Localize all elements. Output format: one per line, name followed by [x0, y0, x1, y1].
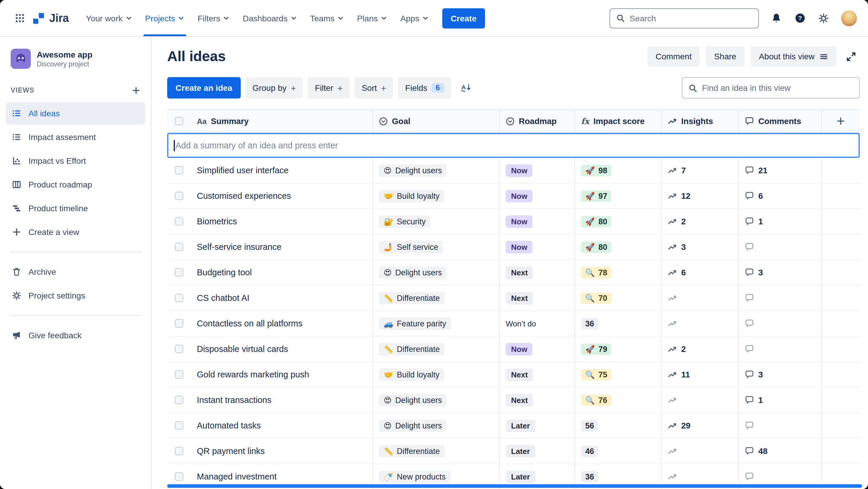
table-row[interactable]: Budgeting tool 😍 Delight users Next 🔍 78… — [167, 260, 860, 285]
nav-teams[interactable]: Teams — [304, 0, 350, 36]
table-row[interactable]: CS chatbot AI 📏 Differentiate Next 🔍 70 — [167, 285, 860, 311]
roadmap-cell[interactable]: Next — [499, 260, 575, 285]
add-view-button[interactable] — [129, 83, 143, 97]
search-input[interactable] — [630, 13, 752, 23]
table-row[interactable]: Gold rewards marketing push 🤝 Build loya… — [167, 362, 860, 387]
user-avatar[interactable] — [841, 10, 857, 26]
goal-cell[interactable]: 🔐 Security — [372, 209, 499, 234]
row-checkbox[interactable] — [175, 472, 183, 481]
notifications-button[interactable] — [766, 8, 786, 28]
row-checkbox[interactable] — [175, 166, 183, 174]
goal-cell[interactable]: 📏 Differentiate — [372, 438, 499, 463]
summary-cell[interactable]: Disposable virtual cards — [191, 337, 372, 362]
nav-apps[interactable]: Apps — [394, 0, 435, 36]
table-row[interactable]: Contactless on all platforms 🚙 Feature p… — [167, 311, 860, 337]
row-checkbox[interactable] — [175, 192, 183, 200]
row-checkbox[interactable] — [175, 268, 183, 277]
row-checkbox[interactable] — [175, 217, 183, 226]
insights-cell[interactable]: 11 — [661, 362, 738, 387]
select-all-checkbox[interactable] — [175, 117, 183, 125]
sidebar-item-archive[interactable]: Archive — [6, 261, 145, 283]
nav-your-work[interactable]: Your work — [80, 0, 139, 36]
sidebar-item-give-feedback[interactable]: Give feedback — [6, 324, 145, 347]
sidebar-item-product-roadmap[interactable]: Product roadmap — [6, 173, 145, 196]
impact-score-cell[interactable]: 🚀 97 — [575, 183, 661, 208]
row-checkbox[interactable] — [175, 421, 183, 430]
settings-button[interactable] — [813, 8, 834, 28]
roadmap-cell[interactable]: Later — [499, 413, 575, 438]
summary-cell[interactable]: Self-service insurance — [191, 234, 372, 259]
comments-cell[interactable] — [738, 285, 821, 310]
roadmap-cell[interactable]: Now — [499, 158, 575, 183]
row-checkbox[interactable] — [175, 345, 183, 353]
goal-cell[interactable]: 🤝 Build loyalty — [372, 362, 499, 387]
add-idea-row[interactable] — [167, 133, 860, 158]
find-idea-input[interactable] — [702, 83, 853, 93]
column-header-insights[interactable]: Insights — [661, 110, 738, 132]
impact-score-cell[interactable]: 🔍 78 — [575, 260, 661, 285]
group-by-button[interactable]: Group by + — [245, 77, 303, 98]
goal-cell[interactable]: 🚙 Feature parity — [372, 311, 499, 336]
insights-cell[interactable]: 2 — [661, 337, 738, 362]
sidebar-item-impact-vs-effort[interactable]: Impact vs Effort — [6, 149, 145, 172]
table-row[interactable]: Automated tasks 😍 Delight users Later 56… — [167, 413, 860, 438]
summary-cell[interactable]: QR payment links — [191, 438, 372, 463]
impact-score-cell[interactable]: 🔍 70 — [575, 285, 661, 310]
column-header-goal[interactable]: Goal — [372, 110, 499, 132]
goal-cell[interactable]: 📏 Differentiate — [372, 337, 499, 362]
create-button[interactable]: Create — [442, 8, 485, 28]
goal-cell[interactable]: 😍 Delight users — [372, 158, 499, 183]
summary-cell[interactable]: Biometrics — [191, 209, 372, 234]
column-header-summary[interactable]: Aa Summary — [191, 110, 372, 132]
horizontal-scrollbar-thumb[interactable] — [167, 484, 862, 488]
roadmap-cell[interactable]: Next — [499, 285, 575, 310]
impact-score-cell[interactable]: 🚀 79 — [575, 337, 661, 362]
row-checkbox[interactable] — [175, 294, 183, 302]
sidebar-item-impact-assesment[interactable]: Impact assesment — [6, 126, 145, 148]
comment-button[interactable]: Comment — [647, 46, 700, 66]
roadmap-cell[interactable]: Next — [499, 387, 575, 412]
impact-score-cell[interactable]: 46 — [575, 438, 661, 463]
comments-cell[interactable] — [738, 413, 821, 438]
impact-score-cell[interactable]: 🔍 75 — [575, 362, 661, 387]
roadmap-cell[interactable]: Now — [499, 234, 575, 259]
summary-cell[interactable]: Instant transactions — [191, 387, 372, 412]
app-switcher-button[interactable] — [9, 8, 30, 28]
nav-projects[interactable]: Projects — [139, 0, 191, 36]
table-row[interactable]: Customised experiences 🤝 Build loyalty N… — [167, 183, 860, 209]
summary-cell[interactable]: CS chatbot AI — [191, 285, 372, 310]
roadmap-cell[interactable]: Next — [499, 362, 575, 387]
nav-dashboards[interactable]: Dashboards — [236, 0, 304, 36]
row-checkbox[interactable] — [175, 370, 183, 379]
goal-cell[interactable]: 📏 Differentiate — [372, 285, 499, 310]
impact-score-cell[interactable]: 36 — [575, 311, 661, 336]
goal-cell[interactable]: 🤳 Self service — [372, 234, 499, 259]
alphabetical-sort-button[interactable]: A — [456, 78, 476, 98]
table-row[interactable]: Disposable virtual cards 📏 Differentiate… — [167, 337, 860, 362]
insights-cell[interactable]: 12 — [661, 183, 738, 208]
comments-cell[interactable]: 3 — [738, 260, 821, 285]
project-header[interactable]: Awesome app Discovery project — [6, 45, 145, 71]
jira-logo[interactable]: Jira — [30, 11, 73, 25]
roadmap-cell[interactable]: Later — [499, 438, 575, 463]
insights-cell[interactable]: 6 — [661, 260, 738, 285]
help-button[interactable]: ? — [790, 8, 810, 28]
impact-score-cell[interactable]: 56 — [575, 413, 661, 438]
insights-cell[interactable]: 7 — [661, 158, 738, 183]
nav-plans[interactable]: Plans — [350, 0, 394, 36]
comments-cell[interactable]: 48 — [738, 438, 821, 463]
comments-cell[interactable]: 3 — [738, 362, 821, 387]
comments-cell[interactable]: 21 — [738, 158, 821, 183]
table-row[interactable]: Instant transactions 😍 Delight users Nex… — [167, 387, 860, 413]
create-an-idea-button[interactable]: Create an idea — [167, 77, 241, 98]
roadmap-cell[interactable]: Now — [499, 209, 575, 234]
goal-cell[interactable]: 😍 Delight users — [372, 260, 499, 285]
insights-cell[interactable]: 2 — [661, 209, 738, 234]
add-idea-input[interactable] — [168, 141, 859, 150]
goal-cell[interactable]: 😍 Delight users — [372, 387, 499, 412]
comments-cell[interactable] — [738, 234, 821, 259]
roadmap-cell[interactable]: Now — [499, 183, 575, 208]
sidebar-item-project-settings[interactable]: Project settings — [6, 284, 145, 307]
impact-score-cell[interactable]: 🚀 98 — [575, 158, 661, 183]
insights-cell[interactable]: 29 — [661, 413, 738, 438]
